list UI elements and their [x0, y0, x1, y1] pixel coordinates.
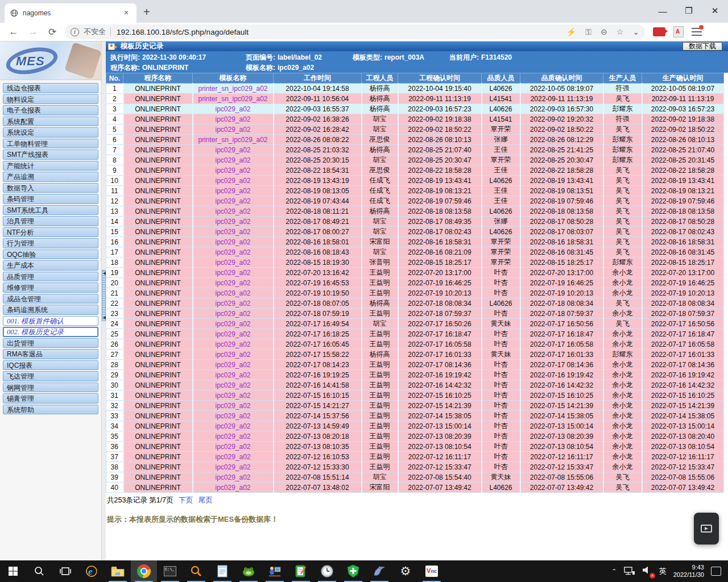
taskbar-dolphin-button[interactable]: [366, 560, 392, 582]
cell-template-link[interactable]: ipc029_a02: [193, 370, 274, 380]
cell-template-link[interactable]: ipc029_a02: [193, 329, 274, 339]
taskbar-ie-button[interactable]: e: [78, 560, 105, 582]
cell-template-link[interactable]: ipc029_a02: [193, 462, 274, 472]
cell-template-link[interactable]: ipc029_a02: [193, 247, 274, 257]
cell-template-link[interactable]: ipc029_a02: [193, 278, 274, 288]
tray-expand-icon[interactable]: ⌃: [611, 568, 617, 574]
sidebar-item[interactable]: 成品仓管理: [3, 294, 98, 304]
sidebar-item[interactable]: 002. 模板历史记录: [3, 327, 98, 337]
extension-pdf-icon[interactable]: [673, 26, 684, 38]
sidebar-item[interactable]: 数据导入: [3, 183, 98, 193]
sidebar-item[interactable]: 钢网管理: [3, 383, 98, 393]
sidebar-item[interactable]: 系统帮助: [3, 405, 98, 415]
window-minimize-button[interactable]: —: [650, 0, 676, 22]
window-restore-button[interactable]: ❐: [676, 0, 702, 22]
taskbar-remote-tool-button[interactable]: [262, 560, 288, 582]
sidebar-item[interactable]: 产能统计: [3, 161, 98, 171]
extension-camera-icon[interactable]: [653, 27, 665, 36]
page-info-icon[interactable]: i: [71, 28, 79, 36]
sidebar-item[interactable]: 出货管理: [3, 338, 98, 348]
taskbar-toad-button[interactable]: [235, 560, 262, 582]
sidebar-item[interactable]: 维修管理: [3, 282, 98, 293]
cell-template-link[interactable]: ipc029_a02: [193, 227, 274, 237]
sidebar-item[interactable]: 治具管理: [3, 216, 98, 226]
taskbar-cmd-button[interactable]: C:\_: [157, 560, 183, 582]
cell-template-link[interactable]: ipc029_a02: [193, 104, 274, 114]
address-bar[interactable]: i 不安全 192.168.100.18/sfc/S.php/nago/defa…: [65, 24, 645, 39]
sidebar-item[interactable]: 生产成本: [3, 260, 98, 271]
input-language-indicator[interactable]: 英: [659, 566, 667, 576]
cell-template-link[interactable]: ipc029_a02: [193, 268, 274, 278]
window-close-button[interactable]: ✕: [702, 0, 728, 22]
cell-template-link[interactable]: ipc029_a02: [193, 483, 274, 493]
splitter-handle[interactable]: [102, 270, 106, 321]
sidebar-item[interactable]: NTF分析: [3, 227, 98, 238]
url-text[interactable]: 192.168.100.18/sfc/S.php/nago/default: [117, 28, 557, 36]
taskbar-settings-button[interactable]: ⚙: [392, 560, 419, 582]
cell-template-link[interactable]: ipc029_a02: [193, 339, 274, 350]
sidebar-item[interactable]: 001. 模板首件确认: [3, 316, 98, 326]
cell-template-link[interactable]: ipc029_a02: [193, 309, 274, 319]
sidebar-item[interactable]: 工单物料管理: [3, 139, 98, 149]
cell-template-link[interactable]: ipc029_a02: [193, 186, 274, 196]
cell-template-link[interactable]: ipc029_a02: [193, 124, 274, 135]
reload-button-icon[interactable]: ⟳: [47, 26, 58, 38]
cell-template-link[interactable]: ipc029_a02: [193, 176, 274, 186]
sidebar-item[interactable]: 行为管理: [3, 238, 98, 248]
sidebar-item[interactable]: 电子仓报表: [3, 105, 98, 115]
cell-template-link[interactable]: ipc029_a02: [193, 360, 274, 370]
next-page-link[interactable]: 下页: [179, 496, 193, 504]
task-view-button[interactable]: [52, 560, 78, 582]
taskbar-clock-app-button[interactable]: [314, 560, 340, 582]
data-download-button[interactable]: 数据下载: [682, 42, 722, 51]
cell-template-link[interactable]: ipc029_a02: [193, 319, 274, 329]
back-button-icon[interactable]: ←: [8, 26, 19, 38]
sidebar-item[interactable]: 锡膏管理: [3, 393, 98, 404]
sidebar-item[interactable]: 线边仓报表: [3, 83, 98, 93]
taskbar-search-button[interactable]: [26, 560, 52, 582]
tray-clock[interactable]: 9:43 2022/11/30: [673, 564, 704, 579]
zoom-out-icon[interactable]: ⊝: [601, 27, 607, 36]
bookmark-star-icon[interactable]: ☆: [617, 27, 624, 36]
last-page-link[interactable]: 尾页: [198, 496, 213, 504]
taskbar-notes-editor-button[interactable]: [288, 560, 314, 582]
taskbar-everything-search-button[interactable]: [183, 560, 209, 582]
screen-recorder-widget[interactable]: [694, 513, 719, 544]
cell-template-link[interactable]: ipc029_a02: [193, 401, 274, 411]
cell-template-link[interactable]: ipc029_a02: [193, 442, 274, 452]
network-icon[interactable]: [624, 567, 635, 576]
sidebar-item[interactable]: IQC报表: [3, 360, 98, 371]
cell-template-link[interactable]: ipc029_a02: [193, 114, 274, 124]
tab-close-icon[interactable]: ×: [122, 9, 131, 18]
cell-template-link[interactable]: ipc029_a02: [193, 257, 274, 268]
cell-template-link[interactable]: printer_sn_ipc029_a02: [193, 94, 274, 104]
key-icon[interactable]: ⚿: [585, 27, 592, 37]
expand-plus-icon[interactable]: [108, 43, 115, 50]
sidebar-item[interactable]: SMT产线报表: [3, 149, 98, 160]
taskbar-chrome-button[interactable]: [131, 560, 157, 582]
taskbar-vnc-button[interactable]: Vnc: [419, 560, 445, 582]
notification-center-icon[interactable]: [711, 567, 721, 576]
volume-muted-icon[interactable]: ×: [642, 566, 652, 577]
sidebar-item[interactable]: 物料设定: [3, 94, 98, 105]
cell-template-link[interactable]: ipc029_a02: [193, 421, 274, 431]
sidebar-item[interactable]: 条码管理: [3, 194, 98, 204]
cell-template-link[interactable]: ipc029_a02: [193, 350, 274, 360]
cell-template-link[interactable]: ipc029_a02: [193, 431, 274, 442]
sidebar-item[interactable]: 系统设定: [3, 127, 98, 138]
browser-tab[interactable]: nagomes ×: [5, 3, 136, 23]
cell-template-link[interactable]: ipc029_a02: [193, 196, 274, 206]
sidebar-item[interactable]: SMT系统工具: [3, 205, 98, 215]
cell-template-link[interactable]: ipc029_a02: [193, 155, 274, 165]
cell-template-link[interactable]: ipc029_a02: [193, 217, 274, 227]
sidebar-item[interactable]: OQC抽验: [3, 250, 98, 260]
sidebar-item[interactable]: RMA客退品: [3, 349, 98, 359]
cell-template-link[interactable]: ipc029_a02: [193, 288, 274, 298]
cell-template-link[interactable]: ipc029_a02: [193, 390, 274, 401]
new-tab-button[interactable]: +: [143, 7, 150, 17]
cell-template-link[interactable]: ipc029_a02: [193, 452, 274, 462]
taskbar-notepad-button[interactable]: [209, 560, 235, 582]
sidebar-item[interactable]: 条码追溯系统: [3, 305, 98, 315]
browser-menu-icon[interactable]: [692, 28, 702, 36]
cell-template-link[interactable]: ipc029_a02: [193, 411, 274, 421]
